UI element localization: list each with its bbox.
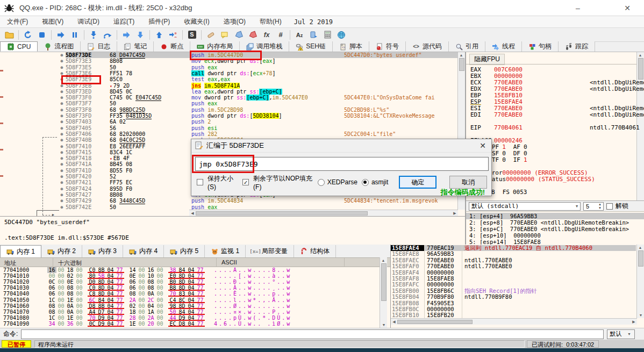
restart-button[interactable] [22,29,34,41]
tab-笔记[interactable]: 笔记 [117,41,154,52]
dump-row[interactable]: 7704107008000A00A4D7047718001A0050840477… [0,309,376,315]
disasm-row[interactable]: ●5D8F740556push esi [0,125,458,131]
disasm-row[interactable]: ●5D8F73F750push eax [0,100,458,106]
dump-tab-局部变量[interactable]: [x=]局部变量 [246,245,294,257]
tab-CPU[interactable]: CPU [0,41,38,52]
tab-调用堆栈[interactable]: 调用堆栈 [240,41,289,52]
strings-button[interactable]: Az [293,29,306,41]
close-button[interactable]: ✕ [615,0,640,16]
patch-button[interactable] [204,29,217,41]
dump-row[interactable]: 770410501C001E006C8404772A002C00C48C0477… [0,297,376,303]
stack-row[interactable]: 15E8FB04770B9F80ntdll.770B9F80 [391,294,636,300]
dump-row[interactable]: 77041090340036000CD904771E002000ECD80477… [0,321,376,327]
argument-depth-spinner[interactable]: 5 ▲▼ [583,202,604,211]
tab-脚本[interactable]: <>脚本 [333,41,369,52]
menu-选项(O)[interactable]: 选项(O) [217,16,253,27]
dump-tab-内存 4[interactable]: 内存 4 [123,245,164,257]
dump-tab-内存 2[interactable]: 内存 2 [41,245,82,257]
tab-流程图[interactable]: 流程图 [38,41,81,52]
argument-row[interactable]: 1: [esp+4] 96A59BB3 [466,213,644,219]
disasm-row[interactable]: ●5D8F73F868 98BDC25Dpush im.5DC2BD985DC2… [0,107,458,113]
disasm-row[interactable]: ●5D8F73E6FF51 78call dword ptr ds:[ecx+7… [0,70,458,76]
argument-row[interactable]: 5: [esp+14] 15E8FAE8 [466,239,644,245]
register-line[interactable]: CF0TF0IF1 [470,157,641,163]
dump-tab-内存 1[interactable]: 内存 1 [0,245,41,257]
menu-帮助(H)[interactable]: 帮助(H) [253,16,289,27]
keep-size-checkbox[interactable] [197,179,203,185]
command-type-select[interactable]: 默认▼ [607,329,635,339]
calculator-button[interactable] [321,29,334,41]
cancel-button[interactable]: 取消 [449,176,487,189]
open-folder-button[interactable] [3,29,16,41]
trace-over-button[interactable] [134,29,147,41]
memory-dump-pane[interactable]: 7704100016001800C08B04771400160038840477… [0,267,390,328]
tab-断点[interactable]: 断点 [154,41,190,52]
stack-row[interactable]: 15E8FAF0770EABE0ntdll.770EABE0 [391,263,636,269]
function-button[interactable]: fx [260,29,273,41]
register-line[interactable] [470,183,641,189]
register-line[interactable]: LastStatus00000000 (STATUS_SUCCESS) [470,176,641,183]
dump-row[interactable]: 7704101000000200805B04770E001000E08D0477… [0,273,376,279]
argument-row[interactable]: 4: [esp+10] 00000000 [466,232,644,239]
menu-插件(P)[interactable]: 插件(P) [141,16,177,27]
engine-radio-asmjit[interactable] [362,179,369,186]
disasm-row[interactable]: ●5D8F73ED8D45 0Clea eax,dword ptr ss:[eb… [0,89,458,95]
dump-tab-内存 3[interactable]: 内存 3 [82,245,123,257]
nop-fill-checkbox[interactable]: ✓ [242,179,249,185]
menu-视图(V)[interactable]: 视图(V) [35,16,70,27]
tab-引用[interactable]: 引用 [449,41,485,52]
dump-row[interactable]: 7704103006000800C08D047706000800B88D0477… [0,285,376,291]
hide-fpu-button[interactable]: 隐藏FPU [469,54,505,65]
arguments-pane[interactable]: 1: [esp+4] 96A59BB32: [esp+8] 770EABE0 <… [466,211,644,245]
disasm-row[interactable]: ●5D8F73FDFF35 0481D35Dpush dword ptr ds:… [0,113,458,119]
disasm-row[interactable]: ●5D8F73EB▾79 2Djns im.5D8F741A [0,83,458,89]
run-to-user-code-button[interactable] [167,29,180,41]
argument-row[interactable]: 2: [esp+8] 770EABE0 <ntdll.DbgUiRemoteBr… [466,219,644,226]
assembly-instruction-input[interactable] [195,157,489,171]
step-into-button[interactable] [87,29,100,41]
dump-tab-监视 1[interactable]: 监视 1 [205,245,246,257]
run-to-return-button[interactable] [153,29,166,41]
stop-button[interactable] [35,29,48,41]
minimize-button[interactable]: – [566,0,590,16]
tab-内存布局[interactable]: 内存布局 [190,41,240,52]
dialog-close-icon[interactable]: ✕ [480,141,486,150]
memory-globe-button[interactable] [335,29,348,41]
disasm-row[interactable]: ●5D8F74036A 02push 2 [0,119,458,125]
ok-button[interactable]: 确定 [399,176,437,189]
registers-pane[interactable]: 隐藏FPU ▲ EAX007C6000EBX00000000ECX770EABE… [466,52,644,200]
menu-追踪(T)[interactable]: 追踪(T) [106,16,141,27]
label-button[interactable] [232,29,245,41]
tab-SEH链[interactable]: !SEH链 [289,41,333,52]
dump-scrollbar[interactable]: ▲ ▼ [380,257,387,328]
tab-源代码[interactable]: <>源代码 [406,41,449,52]
tab-线程[interactable]: 线程 [485,41,522,52]
pause-button[interactable] [68,29,81,41]
disasm-row[interactable]: ●5D8F740668 82020000push 2825DC2C004:L"f… [0,131,458,137]
engine-radio-XEDParse[interactable] [318,179,325,186]
register-line[interactable]: GS002BFS0053 [470,189,641,196]
menu-调试(D)[interactable]: 调试(D) [70,16,106,27]
hash-button[interactable]: # [274,29,287,41]
menu-收藏夹(I)[interactable]: 收藏夹(I) [177,16,216,27]
attach-button[interactable] [307,29,320,41]
bookmark-button[interactable] [246,29,259,41]
stack-vertical-scrollbar[interactable]: ▲ ▼ [636,245,644,318]
scylla-button[interactable]: S [185,29,198,41]
trace-into-button[interactable] [120,29,133,41]
stack-horizontal-scrollbar[interactable]: ◀▶ [391,318,637,325]
stack-pane[interactable]: 15E8FAE4770EAC19返回到 ntdll.770EAC19 自 ntd… [390,245,644,328]
tab-日志[interactable]: 日志 [81,41,117,52]
dump-row[interactable]: 7704104006000800C88D047708000A0070830477… [0,291,376,297]
unlock-checkbox[interactable] [606,203,613,210]
dump-tab-结构体[interactable]: 结构体 [294,245,336,257]
dialog-title-bar[interactable]: 汇编于 5D8F73DE ✕ [191,139,491,153]
register-line[interactable]: EIP770B4061ntdll.770B4061 [470,125,641,131]
tab-跟踪[interactable]: 跟踪 [559,41,595,52]
disasm-row[interactable]: ●5D8F73F0C745 0C E047C45Dmov dword ptr s… [0,95,458,100]
register-line[interactable]: EDI770EABE0<ntdll.DbgUiRemoteBreakin> [470,112,641,118]
dump-row[interactable]: 7704100016001800C08B04771400160038840477… [0,267,376,273]
run-button[interactable] [54,29,67,41]
dump-tab-内存 5[interactable]: 内存 5 [164,245,205,257]
argument-row[interactable]: 3: [esp+C] 770EABE0 <ntdll.DbgUiRemoteBr… [466,226,644,232]
